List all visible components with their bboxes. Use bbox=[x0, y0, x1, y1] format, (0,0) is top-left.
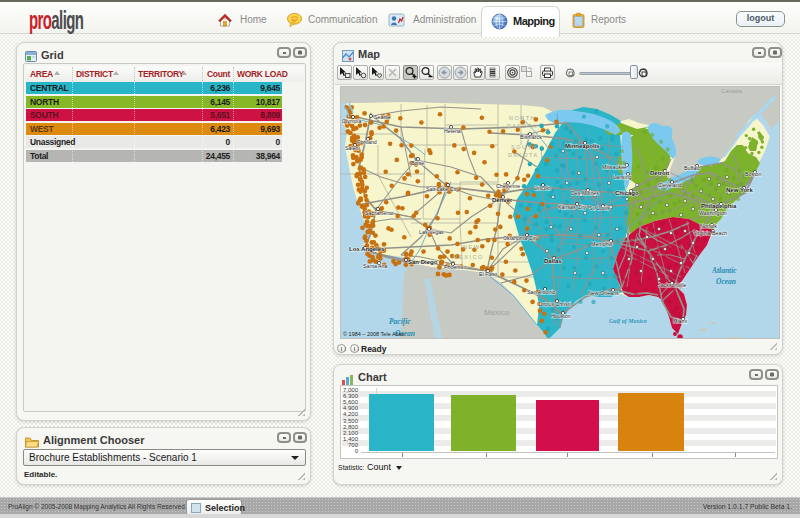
svg-text:Chicago: Chicago bbox=[615, 190, 639, 196]
svg-text:New York: New York bbox=[726, 187, 753, 193]
svg-text:San Antonio: San Antonio bbox=[527, 289, 556, 295]
svg-text:Corpus Christi: Corpus Christi bbox=[537, 301, 571, 307]
svg-text:Houston: Houston bbox=[551, 313, 571, 319]
svg-text:Los Angeles: Los Angeles bbox=[349, 246, 385, 252]
svg-text:San Diego: San Diego bbox=[408, 259, 438, 265]
svg-text:Santa Ana: Santa Ana bbox=[363, 263, 388, 269]
svg-text:Olympia: Olympia bbox=[342, 118, 361, 124]
svg-text:St. Louis: St. Louis bbox=[589, 205, 610, 211]
svg-text:N E W: N E W bbox=[463, 244, 480, 250]
svg-text:Miami: Miami bbox=[673, 318, 687, 324]
svg-text:Dallas: Dallas bbox=[544, 258, 562, 264]
svg-text:Kansas City: Kansas City bbox=[558, 204, 587, 210]
svg-text:Denver: Denver bbox=[492, 197, 513, 203]
svg-text:Mexico: Mexico bbox=[484, 308, 510, 317]
svg-text:New Orleans: New Orleans bbox=[588, 290, 619, 296]
svg-text:Minneapolis: Minneapolis bbox=[565, 143, 600, 149]
svg-text:Des Moines: Des Moines bbox=[571, 190, 599, 196]
svg-text:D A K O T A: D A K O T A bbox=[508, 152, 537, 158]
svg-text:Cheyenne: Cheyenne bbox=[496, 183, 520, 189]
svg-text:Cleveland: Cleveland bbox=[658, 182, 682, 188]
svg-text:D A K O T A: D A K O T A bbox=[507, 123, 536, 129]
svg-text:Norfolk: Norfolk bbox=[700, 223, 717, 229]
svg-text:Sacramento: Sacramento bbox=[365, 210, 394, 216]
svg-text:M E X I C O: M E X I C O bbox=[453, 254, 483, 260]
svg-text:Bismarck: Bismarck bbox=[520, 134, 542, 140]
svg-text:Phoenix: Phoenix bbox=[444, 264, 463, 270]
svg-text:Ocean: Ocean bbox=[716, 277, 736, 286]
svg-text:Las Vegas: Las Vegas bbox=[419, 229, 444, 235]
svg-text:Salem: Salem bbox=[345, 145, 361, 151]
svg-text:Virginia Beach: Virginia Beach bbox=[693, 230, 727, 236]
svg-text:Lincoln: Lincoln bbox=[534, 185, 551, 191]
svg-text:Milwaukee: Milwaukee bbox=[602, 164, 627, 170]
svg-text:Washington: Washington bbox=[699, 210, 727, 216]
svg-text:S O U T H: S O U T H bbox=[511, 144, 536, 150]
svg-text:Detroit: Detroit bbox=[650, 170, 669, 176]
svg-text:Canada: Canada bbox=[721, 88, 743, 94]
svg-text:Salt Lake City: Salt Lake City bbox=[426, 186, 459, 192]
svg-text:N O R T H: N O R T H bbox=[509, 115, 534, 121]
svg-text:Boise: Boise bbox=[411, 160, 424, 166]
svg-text:Philadelphia: Philadelphia bbox=[701, 203, 737, 209]
svg-text:Helena: Helena bbox=[444, 128, 461, 134]
svg-text:Seattle: Seattle bbox=[374, 114, 391, 120]
svg-text:© 1984 – 2008 Tele Atlas: © 1984 – 2008 Tele Atlas bbox=[343, 331, 404, 337]
svg-text:El Paso: El Paso bbox=[479, 271, 497, 277]
svg-text:Gulf of Mexico: Gulf of Mexico bbox=[609, 318, 647, 324]
svg-text:Atlantic: Atlantic bbox=[711, 266, 737, 275]
svg-text:Pacific: Pacific bbox=[389, 317, 411, 326]
svg-text:Lansing: Lansing bbox=[613, 174, 632, 180]
svg-text:Jacksonville: Jacksonville bbox=[658, 282, 687, 288]
svg-text:Oklahoma City: Oklahoma City bbox=[503, 235, 538, 241]
svg-text:Boston: Boston bbox=[745, 171, 762, 177]
svg-text:Buffalo: Buffalo bbox=[684, 165, 700, 171]
svg-text:Memphis: Memphis bbox=[591, 241, 613, 247]
